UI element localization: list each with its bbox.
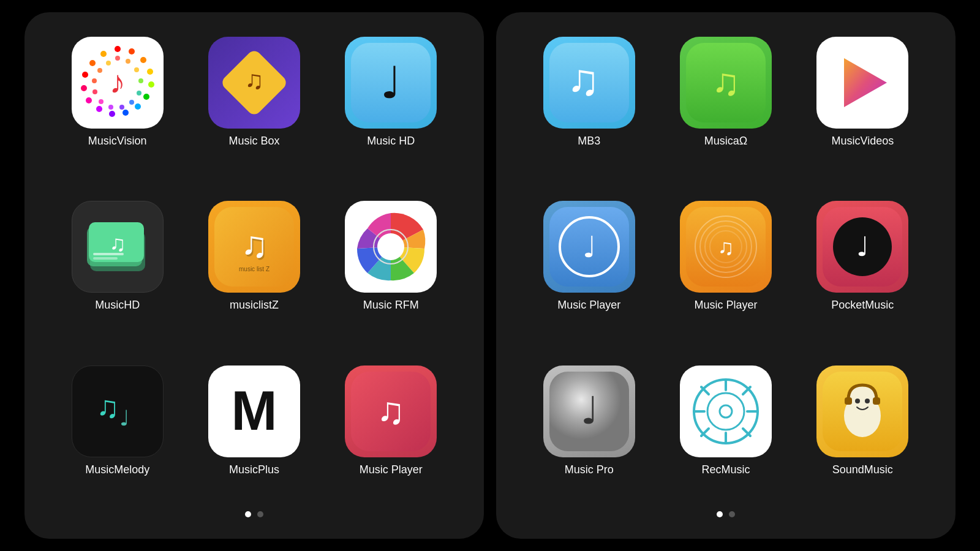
svg-text:♩: ♩ xyxy=(119,406,130,430)
svg-text:♫: ♫ xyxy=(244,66,264,94)
svg-point-44 xyxy=(377,233,404,260)
icon-musicbox: ♫ xyxy=(208,37,300,129)
icon-musicplus: M xyxy=(208,365,300,457)
app-musicbox[interactable]: ♫ Music Box xyxy=(192,37,316,182)
app-grid-left: ♪ MusicVision ♫ Music Box xyxy=(55,37,453,511)
label-musicvideos: MusicVideos xyxy=(831,135,894,148)
svg-text:♫: ♫ xyxy=(567,55,600,104)
icon-musicrfm xyxy=(345,201,437,293)
app-musichd2[interactable]: ♫ MusicHD xyxy=(55,201,179,347)
svg-rect-86 xyxy=(845,397,852,405)
svg-point-2 xyxy=(129,48,135,54)
svg-point-84 xyxy=(855,399,860,403)
svg-point-15 xyxy=(100,51,107,57)
label-soundmusic: SoundMusic xyxy=(832,463,893,476)
svg-point-24 xyxy=(99,99,104,104)
dot-2-inactive xyxy=(729,511,735,517)
svg-text:♫: ♫ xyxy=(717,234,734,260)
svg-point-17 xyxy=(126,59,130,64)
icon-musicplayer-orange: ♫ xyxy=(680,201,772,293)
svg-text:♫: ♫ xyxy=(109,231,126,256)
app-pocketmusic[interactable]: ♩ PocketMusic xyxy=(801,201,925,347)
svg-text:♩: ♩ xyxy=(380,58,401,107)
svg-point-19 xyxy=(138,78,143,83)
svg-point-10 xyxy=(96,106,102,112)
svg-point-26 xyxy=(92,78,97,83)
label-mb3: MB3 xyxy=(578,135,600,148)
icon-musicplayer-blue: ♩ xyxy=(543,201,635,293)
svg-text:♩: ♩ xyxy=(856,231,869,261)
label-musicplayer-red: Music Player xyxy=(360,463,423,476)
svg-point-21 xyxy=(129,100,134,105)
icon-pocketmusic: ♩ xyxy=(816,201,908,293)
svg-text:M: M xyxy=(231,380,277,441)
svg-rect-38 xyxy=(93,253,124,255)
app-recmusic[interactable]: RecMusic xyxy=(663,365,788,511)
label-musicplus: MusicPlus xyxy=(229,463,279,476)
svg-text:♫: ♫ xyxy=(377,389,405,432)
label-musicplayer-orange: Music Player xyxy=(694,299,757,312)
svg-point-4 xyxy=(147,69,153,75)
app-soundmusic[interactable]: SoundMusic xyxy=(801,365,925,511)
page-dots-right xyxy=(717,511,735,520)
panel-right: ♫ MB3 ♫ Musica xyxy=(496,12,956,539)
app-musiclistz[interactable]: ♫ ♫ music list Z musiclistZ xyxy=(192,201,316,347)
label-musicbox: Music Box xyxy=(228,135,279,148)
app-grid-right: ♫ MB3 ♫ Musica xyxy=(527,37,925,511)
svg-point-8 xyxy=(123,110,129,116)
app-mb3[interactable]: ♫ MB3 xyxy=(527,37,651,182)
svg-point-20 xyxy=(137,91,141,96)
label-musiclistz: musiclistZ xyxy=(230,299,279,312)
page-dots-left xyxy=(245,511,263,520)
svg-point-11 xyxy=(86,97,92,103)
svg-point-5 xyxy=(148,81,154,88)
svg-point-3 xyxy=(140,57,146,63)
svg-marker-55 xyxy=(844,58,887,107)
svg-point-27 xyxy=(97,68,102,73)
icon-musicplayer-red: ♫ xyxy=(345,365,437,457)
icon-musichd-bottom: ♫ xyxy=(72,201,164,293)
svg-rect-39 xyxy=(93,257,118,260)
icon-musica: ♫ xyxy=(680,37,772,129)
label-musichd: Music HD xyxy=(367,135,415,148)
app-musicmelody[interactable]: ♫ ♩ MusicMelody xyxy=(55,365,179,511)
app-musica[interactable]: ♫ MusicaΩ xyxy=(663,37,788,182)
icon-musicvideos xyxy=(816,37,908,129)
svg-text:♩: ♩ xyxy=(582,231,596,263)
app-musicrfm[interactable]: Music RFM xyxy=(329,201,453,347)
app-musichd[interactable]: ♩ Music HD xyxy=(329,37,453,182)
svg-text:♫: ♫ xyxy=(712,61,741,103)
svg-point-25 xyxy=(92,89,97,94)
app-musicplus[interactable]: M MusicPlus xyxy=(192,365,316,511)
dot-1-active xyxy=(245,511,251,517)
svg-point-7 xyxy=(135,103,141,110)
svg-text:♪: ♪ xyxy=(110,64,126,100)
app-musicplayer-orange[interactable]: ♫ Music Player xyxy=(663,201,788,347)
svg-point-6 xyxy=(143,94,149,100)
svg-point-1 xyxy=(115,46,121,52)
icon-musicmelody: ♫ ♩ xyxy=(72,365,164,457)
svg-point-9 xyxy=(109,111,115,117)
svg-point-13 xyxy=(82,72,88,78)
label-musicvision: MusicVision xyxy=(88,135,147,148)
app-musicplayer-red[interactable]: ♫ Music Player xyxy=(329,365,453,511)
app-musicvision[interactable]: ♪ MusicVision xyxy=(55,37,179,182)
icon-recmusic xyxy=(680,365,772,457)
icon-musicpro: ♩ xyxy=(543,365,635,457)
svg-text:♫: ♫ xyxy=(240,224,268,265)
svg-point-14 xyxy=(89,60,96,66)
dot-1-inactive xyxy=(257,511,263,517)
app-musicplayer-blue[interactable]: ♩ Music Player xyxy=(527,201,651,347)
label-recmusic: RecMusic xyxy=(701,463,750,476)
label-musica: MusicaΩ xyxy=(704,135,747,148)
svg-rect-87 xyxy=(873,397,880,405)
svg-point-12 xyxy=(81,85,87,91)
panel-left: ♪ MusicVision ♫ Music Box xyxy=(24,12,484,539)
icon-mb3: ♫ xyxy=(543,37,635,129)
svg-point-22 xyxy=(119,105,124,110)
label-musicpro: Music Pro xyxy=(565,463,614,476)
app-musicpro[interactable]: ♩ Music Pro xyxy=(527,365,651,511)
label-musicmelody: MusicMelody xyxy=(85,463,149,476)
app-musicvideos[interactable]: MusicVideos xyxy=(801,37,925,182)
label-musichd2: MusicHD xyxy=(95,299,140,312)
